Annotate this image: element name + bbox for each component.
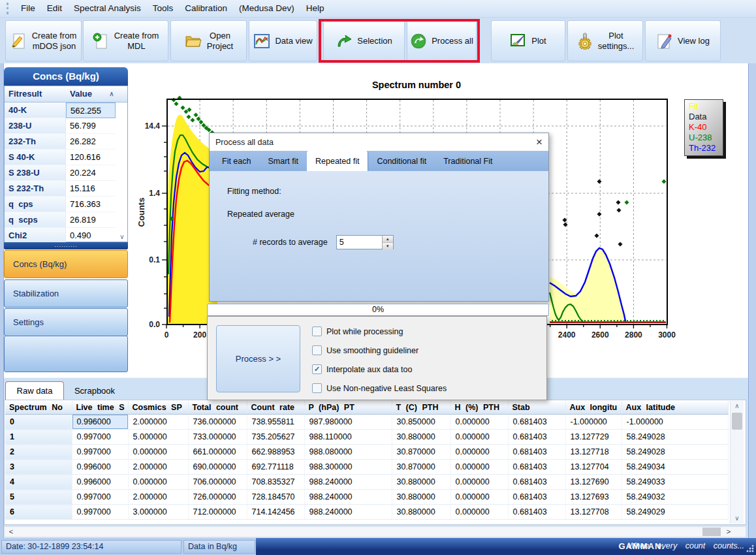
checkbox[interactable]: ✓	[312, 364, 322, 374]
column-header[interactable]: Count rate	[247, 401, 304, 415]
nav-button-settings[interactable]: Settings	[4, 308, 128, 336]
table-cell[interactable]: -1.000000	[622, 415, 728, 430]
dialog-titlebar[interactable]: Process all data ×	[210, 133, 548, 151]
table-cell[interactable]: 0.681403	[508, 505, 565, 520]
table-cell[interactable]: 13.127708	[565, 505, 622, 520]
fitresult-value[interactable]: 716.363	[66, 197, 116, 212]
fitresult-value[interactable]: 26.819	[66, 212, 116, 228]
table-cell[interactable]: 2.000000	[128, 460, 188, 475]
table-cell[interactable]: 0.997000	[72, 445, 128, 460]
table-cell[interactable]: 0.681403	[508, 415, 565, 430]
table-cell[interactable]: 690.000000	[188, 460, 247, 475]
view-log-button[interactable]: View log	[645, 20, 721, 61]
column-header[interactable]: Total count	[188, 401, 247, 415]
close-icon[interactable]: ×	[536, 133, 543, 151]
table-cell[interactable]: 58.249034	[622, 460, 728, 475]
plot-settings-button[interactable]: Plot settings...	[567, 20, 643, 61]
fitresult-value[interactable]: 26.282	[66, 134, 116, 150]
create-from-mdl-button[interactable]: Create from MDL	[83, 20, 168, 61]
table-cell[interactable]: 0.000000	[450, 475, 508, 490]
nav-button-stabilization[interactable]: Stabilization	[4, 279, 128, 308]
open-project-button[interactable]: Open Project	[170, 20, 247, 61]
dialog-tab-conditional-fit[interactable]: Conditional fit	[368, 151, 435, 171]
table-cell[interactable]: 5	[5, 490, 72, 505]
table-cell[interactable]: 13.127693	[565, 490, 622, 505]
table-cell[interactable]: 714.142456	[247, 505, 304, 520]
column-header[interactable]: H (%) PTH	[450, 401, 508, 415]
selection-button[interactable]: Selection	[323, 20, 405, 61]
records-spinner[interactable]: 5 ▲ ▼	[336, 235, 394, 249]
fitresult-value[interactable]: 15.116	[66, 181, 116, 197]
table-cell[interactable]: 13.127729	[565, 430, 622, 445]
spin-up-icon[interactable]: ▲	[383, 236, 393, 243]
table-cell[interactable]: 988.110000	[304, 430, 392, 445]
table-cell[interactable]: 2.000000	[128, 415, 188, 430]
table-cell[interactable]: 0.997000	[72, 430, 128, 445]
checkbox-row[interactable]: ✓Interpolate aux data too	[312, 360, 447, 379]
table-cell[interactable]: 0.997000	[72, 505, 128, 520]
table-cell[interactable]: 58.249032	[622, 490, 728, 505]
table-cell[interactable]: 0.000000	[450, 460, 508, 475]
table-cell[interactable]: 4	[5, 475, 72, 490]
table-cell[interactable]: 0.000000	[450, 415, 508, 430]
table-cell[interactable]: 30.870000	[392, 460, 450, 475]
dialog-tab-smart-fit[interactable]: Smart fit	[259, 151, 307, 171]
nav-button-concs[interactable]: Concs (Bq/kg)	[4, 250, 128, 278]
menu-item-help[interactable]: Help	[300, 0, 330, 17]
table-cell[interactable]: 0.996000	[72, 460, 128, 475]
vertical-scrollbar[interactable]: ∧ ∨	[730, 401, 744, 524]
table-cell[interactable]: 0.681403	[508, 430, 565, 445]
checkbox[interactable]	[312, 383, 322, 393]
create-from-mdos-json-button[interactable]: Create from mDOS json	[5, 20, 82, 61]
scroll-right-icon[interactable]: >	[723, 527, 734, 537]
table-cell[interactable]: 0.000000	[450, 505, 508, 520]
dialog-tab-fit-each[interactable]: Fit each	[213, 151, 259, 171]
dialog-tab-repeated-fit[interactable]: Repeated fit	[307, 151, 368, 171]
table-cell[interactable]: 988.080000	[304, 445, 392, 460]
table-cell[interactable]: 988.240000	[304, 475, 392, 490]
checkbox-row[interactable]: Use smoothing guideliner	[312, 341, 447, 360]
table-cell[interactable]: 30.880000	[392, 430, 450, 445]
table-cell[interactable]: 735.205627	[247, 430, 304, 445]
table-cell[interactable]: 0.681403	[508, 445, 565, 460]
table-cell[interactable]: 0.000000	[450, 490, 508, 505]
records-value[interactable]: 5	[337, 236, 382, 249]
table-cell[interactable]: 30.880000	[392, 490, 450, 505]
table-cell[interactable]: 30.850000	[392, 415, 450, 430]
table-cell[interactable]: 988.300000	[304, 460, 392, 475]
fitresult-value[interactable]: 120.616	[66, 150, 116, 165]
checkbox-row[interactable]: Plot while processing	[312, 322, 447, 341]
dialog-tab-traditional-fit[interactable]: Traditional Fit	[435, 151, 501, 171]
plot-button[interactable]: Plot	[491, 20, 565, 61]
column-header[interactable]: Stab	[508, 401, 565, 415]
scrollbar-thumb[interactable]	[702, 528, 721, 536]
scroll-left-icon[interactable]: <	[6, 527, 16, 537]
column-header[interactable]: Fitresult	[5, 86, 66, 102]
column-header[interactable]: Live time S	[72, 401, 128, 415]
table-cell[interactable]: 13.127704	[565, 460, 622, 475]
scroll-down-icon[interactable]: ∨	[731, 513, 744, 524]
table-cell[interactable]: 3.000000	[128, 505, 188, 520]
column-header[interactable]: Aux longitu	[565, 401, 622, 415]
checkbox-row[interactable]: Use Non-negative Least Squares	[312, 379, 447, 398]
table-cell[interactable]: 0.000000	[450, 445, 508, 460]
spin-down-icon[interactable]: ▼	[383, 243, 393, 249]
checkbox[interactable]	[312, 326, 322, 336]
data-view-button[interactable]: Data view	[249, 20, 317, 61]
scrollbar-thumb[interactable]	[732, 413, 742, 430]
table-cell[interactable]: 6	[5, 505, 72, 520]
menu-item-spectral-analysis[interactable]: Spectral Analysis	[68, 0, 147, 17]
horizontal-scrollbar[interactable]: < >	[4, 526, 746, 537]
menu-item-tools[interactable]: Tools	[147, 0, 180, 17]
process-all-button[interactable]: Process all	[407, 20, 477, 61]
table-cell[interactable]: 0.000000	[128, 445, 188, 460]
table-cell[interactable]: 988.240000	[304, 505, 392, 520]
table-cell[interactable]: 58.249028	[622, 445, 728, 460]
table-cell[interactable]: 0.000000	[450, 430, 508, 445]
table-cell[interactable]: 2.000000	[128, 490, 188, 505]
process-button[interactable]: Process > >	[216, 325, 300, 392]
table-cell[interactable]: 706.000000	[188, 475, 247, 490]
table-cell[interactable]: 30.880000	[392, 505, 450, 520]
table-cell[interactable]: 712.000000	[188, 505, 247, 520]
column-header[interactable]: T (C) PTH	[392, 401, 450, 415]
